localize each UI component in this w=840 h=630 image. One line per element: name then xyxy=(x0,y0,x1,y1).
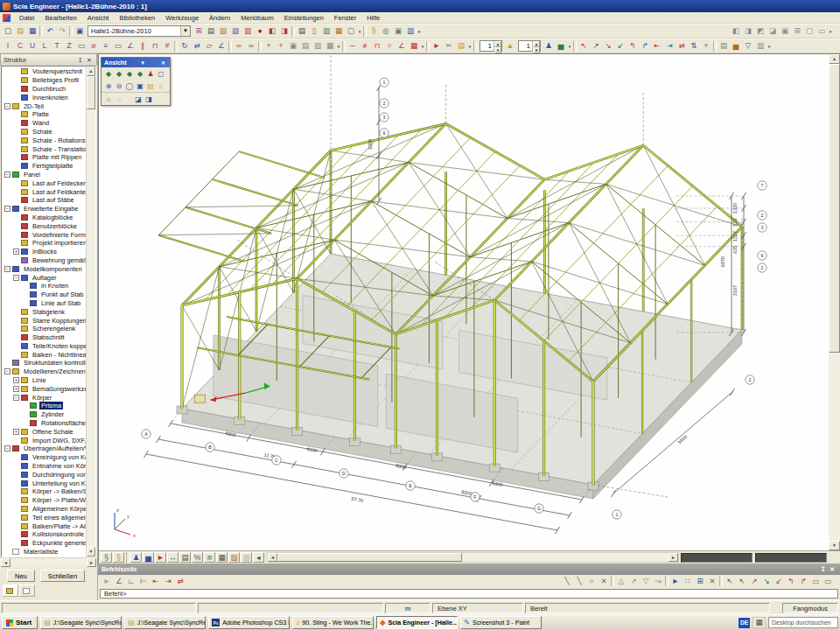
sphere-icon[interactable]: ● xyxy=(254,25,266,37)
menu-bibliotheken[interactable]: Bibliotheken xyxy=(114,13,160,23)
tree-item-offene-schale[interactable]: +Offene Schale xyxy=(2,427,86,436)
copy-icon[interactable]: ▣ xyxy=(287,40,299,52)
raster-icon[interactable]: ▦ xyxy=(408,40,420,52)
tree-item-unterteilung-von-körp[interactable]: Unterteilung von Körp xyxy=(2,479,86,487)
save-icon[interactable]: ▦ xyxy=(26,25,38,37)
tree-item-last-auf-feldkanten[interactable]: Last auf Feldkanten xyxy=(2,187,86,196)
section-double-icon[interactable]: ∥ xyxy=(136,40,149,52)
language-indicator[interactable]: DE xyxy=(738,618,750,628)
view-z-icon[interactable]: ◆ xyxy=(124,68,135,79)
zoom-in-icon[interactable]: ⊕ xyxy=(103,80,114,91)
tree-item-platte[interactable]: Platte xyxy=(2,110,86,119)
mirror-icon[interactable]: ⇄ xyxy=(191,40,203,52)
taskbar-button-media[interactable]: ♪90. Sting - We Work The... xyxy=(292,616,374,629)
clipboard-icon[interactable]: ▣ xyxy=(392,25,404,37)
tree-item-schale-translationsf[interactable]: Schale - Translationsf xyxy=(2,144,86,153)
taskbar-button-folder[interactable]: ▤J:\Seagate Sync\SyncRe... xyxy=(40,616,122,629)
array-icon[interactable]: ▤ xyxy=(299,40,312,52)
disabled-icon[interactable]: ▨ xyxy=(241,552,252,563)
grid-lines-icon[interactable]: ⊞ xyxy=(694,576,706,587)
attachment2-icon[interactable]: § xyxy=(113,552,124,563)
cmd-close-icon[interactable]: ✕ xyxy=(828,566,836,573)
view-x-icon[interactable]: ◆ xyxy=(103,68,114,79)
tree-item-prisma[interactable]: Prisma xyxy=(2,402,86,410)
image-gallery-icon[interactable]: ▧ xyxy=(217,25,229,37)
activity-icon[interactable]: ▅ xyxy=(555,40,567,52)
find-icon[interactable]: ◎ xyxy=(380,25,392,37)
tree-item-schale[interactable]: Schale xyxy=(2,128,86,136)
viewport-3d-model[interactable]: 430041008300530011.70830057.703400132052… xyxy=(99,54,829,550)
snap-clear-icon[interactable]: ✕ xyxy=(598,576,610,587)
calculator-icon[interactable]: § xyxy=(368,25,380,37)
sel-node-icon[interactable]: ↖ xyxy=(578,40,590,52)
snap-cross-icon[interactable]: ✕ xyxy=(706,576,718,587)
wire-render-icon[interactable]: ⌂ xyxy=(103,94,114,104)
axis-lock-icon[interactable]: ⊢ xyxy=(137,576,150,587)
layout2-icon[interactable]: ◨ xyxy=(278,25,290,37)
ansicht-palette[interactable]: Ansicht ▼ ✕ ◆◆◆◆♟◻ ⊕⊖◯▣▤☼ ⌂⌂◪◨ xyxy=(101,57,171,106)
win-split-icon[interactable]: ⊞ xyxy=(791,25,803,37)
tree-item-import-dwg-dxf-vr[interactable]: Import DWG, DXF, VR xyxy=(2,436,86,444)
line-icon[interactable]: ─ xyxy=(346,40,359,52)
open-icon[interactable]: ▤ xyxy=(14,25,26,37)
cmd-pin-icon[interactable]: ↧ xyxy=(819,566,828,573)
tree-item-bemaßungswerkzeug[interactable]: +Bemaßungswerkzeug xyxy=(2,384,86,393)
win-close-all-icon[interactable]: ◪ xyxy=(766,25,779,37)
snap-tangent-icon[interactable]: ↙ xyxy=(773,576,785,587)
collapse-icon[interactable]: − xyxy=(13,275,19,281)
collapse-icon[interactable]: − xyxy=(4,103,10,109)
layers-icon[interactable]: ♟ xyxy=(542,40,555,52)
waves-icon[interactable]: ≋ xyxy=(204,552,215,563)
add-node-icon[interactable]: + xyxy=(275,40,287,52)
print-icon[interactable]: ▤ xyxy=(296,25,308,37)
toolbar-overflow-icon[interactable]: ▾ xyxy=(467,44,472,49)
move-node-icon[interactable]: + xyxy=(262,40,275,52)
save-view-icon[interactable]: ▤ xyxy=(718,40,730,52)
angle-measure-icon[interactable]: ∠ xyxy=(113,576,125,587)
menu-ändern[interactable]: Ändern xyxy=(204,13,235,23)
tree-item-panel[interactable]: −Panel xyxy=(2,171,86,179)
tree-item-voutenquerschnit[interactable]: Voutenquerschnit xyxy=(2,67,86,76)
snap-z2-icon[interactable]: ↱ xyxy=(797,576,809,587)
sel-plus-icon[interactable]: + xyxy=(700,40,712,52)
collapse-icon[interactable]: − xyxy=(13,395,19,401)
win-max-icon[interactable]: ▢ xyxy=(803,25,816,37)
document-icon[interactable] xyxy=(3,14,10,22)
sel-beam-icon[interactable]: ↗ xyxy=(590,40,602,52)
command-input[interactable]: Befehl> xyxy=(100,589,838,598)
printer-icon[interactable]: ▦ xyxy=(752,617,766,628)
measure-icon[interactable]: ▭ xyxy=(809,576,822,587)
graph-icon[interactable]: ▅ xyxy=(730,40,742,52)
tree-item-eckpunkte-generieren[interactable]: Eckpunkte generieren xyxy=(2,539,86,548)
tree-item-last-auf-feldecken[interactable]: Last auf Feldecken xyxy=(2,178,86,187)
project-manager-icon[interactable]: ▣ xyxy=(74,25,86,37)
vp-scroll-down-icon[interactable]: ▼ xyxy=(829,541,840,550)
tree-item-inblocks[interactable]: +InBlocks xyxy=(2,248,86,256)
vp-scroll-up-icon[interactable]: ▲ xyxy=(829,54,840,64)
print-data-icon[interactable]: ▤ xyxy=(205,25,217,37)
tree-item-schale-rotationsfläc[interactable]: Schale - Rotationsfläc xyxy=(2,136,86,144)
cut-icon[interactable]: ✂ xyxy=(443,40,455,52)
tree-item-balken-nichtlinearitä[interactable]: Balken - Nichtlinearitä xyxy=(2,350,86,359)
pick-icon[interactable]: ► xyxy=(430,40,443,52)
tree-item-scherengelenk[interactable]: Scherengelenk xyxy=(2,325,86,333)
tree-item-zylinder[interactable]: Zylinder xyxy=(2,410,86,419)
more-arrow-icon[interactable]: ◂ xyxy=(253,552,264,563)
tree-item-durchbruch[interactable]: Durchbruch xyxy=(2,85,86,94)
snap-end-icon[interactable]: ↖ xyxy=(724,576,736,587)
pointer-icon[interactable]: ► xyxy=(101,576,113,587)
tree-item-katalogblöcke[interactable]: Katalogblöcke xyxy=(2,214,86,222)
pin-icon[interactable]: ↧ xyxy=(76,57,85,64)
win-cascade-icon[interactable]: ◧ xyxy=(730,25,742,37)
section-Z-icon[interactable]: Z xyxy=(63,40,75,52)
step-forward-icon[interactable]: ⇥ xyxy=(162,576,174,587)
taskbar-button-folder[interactable]: ▤J:\Seagate Sync\SyncRe... xyxy=(124,616,206,629)
grid-dots-icon[interactable]: ∷ xyxy=(682,576,694,587)
paperspace-icon[interactable]: ▥ xyxy=(242,25,254,37)
viewport-vertical-scrollbar[interactable]: ▲ ▼ xyxy=(829,54,840,550)
taskbar-button-scia[interactable]: ◆Scia Engineer - [Halle... xyxy=(376,616,458,629)
team-project-icon[interactable]: ⊞ xyxy=(192,25,205,37)
undo-icon[interactable]: ↶ xyxy=(44,25,56,37)
layout1-icon[interactable]: ◧ xyxy=(266,25,278,37)
expand-icon[interactable]: + xyxy=(13,429,19,435)
